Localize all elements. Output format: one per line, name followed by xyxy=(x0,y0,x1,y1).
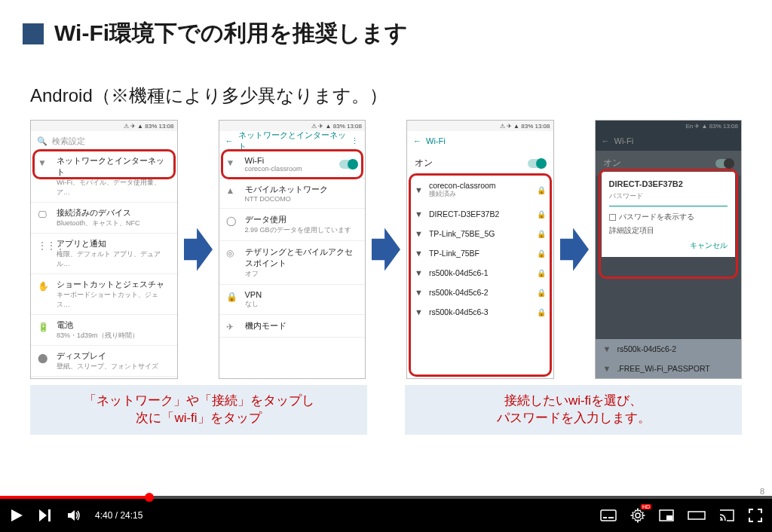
lock-icon: 🔒 xyxy=(537,230,546,238)
settings-item: ◎テザリングとモバイルアクセスポイントオフ xyxy=(219,241,366,285)
svg-point-14 xyxy=(720,519,721,521)
wifi-icon: ▼ xyxy=(415,307,423,316)
wifi-icon: ▼ xyxy=(415,249,423,258)
wifi-name: TP-Link_75BF xyxy=(429,249,531,258)
item-title: ショートカットとジェスチャ xyxy=(57,279,170,290)
screen-header: ← ネットワークとインターネット ⋮ xyxy=(219,131,366,151)
wifi-name: TP-Link_75BE_5G xyxy=(429,229,531,238)
captions-button[interactable] xyxy=(600,509,617,521)
svg-rect-8 xyxy=(603,517,607,518)
settings-item: ▼ネットワークとインターネットWi-Fi、モバイル、データ使用量、ア… xyxy=(31,151,177,203)
theater-button[interactable] xyxy=(688,509,706,521)
item-icon: ⬤ xyxy=(38,353,47,363)
item-title: テザリングとモバイルアクセスポイント xyxy=(245,246,358,269)
settings-item: ⋮⋮⋮アプリと通知権限、デフォルト アプリ、デュアル… xyxy=(31,234,177,274)
caption-left: 「ネットワーク」や「接続」をタップし次に「wi-fi」をタップ xyxy=(30,385,367,435)
wifi-network-item: ▼rs500k-04d5c6-2 xyxy=(596,339,742,359)
settings-item: ▲モバイルネットワークNTT DOCOMO xyxy=(219,179,366,209)
svg-marker-6 xyxy=(68,510,75,521)
search-icon: 🔍 xyxy=(37,136,47,146)
svg-rect-9 xyxy=(608,517,614,518)
settings-item: 🔊音音量、バイブレーション、マナーモ… xyxy=(31,377,177,379)
item-icon: ▼ xyxy=(226,157,235,168)
volume-button[interactable] xyxy=(66,508,81,523)
lock-icon: 🔒 xyxy=(537,186,546,194)
phone-screenshots-row: ⚠ ✈ ▲ 83% 13:08 🔍 検索設定 ▼ネットワークとインターネットWi… xyxy=(0,117,772,379)
svg-marker-4 xyxy=(39,509,47,521)
svg-marker-1 xyxy=(372,228,400,271)
overflow-icon: ⋮ xyxy=(351,136,359,146)
play-button[interactable] xyxy=(9,508,24,523)
lock-icon: 🔒 xyxy=(537,210,546,219)
wifi-network-item: ▼rs500k-04d5c6-2🔒 xyxy=(407,283,553,302)
lock-icon: 🔒 xyxy=(537,269,546,277)
item-icon: 🖵 xyxy=(38,209,47,220)
screen-header: ← Wi-Fi xyxy=(407,131,553,151)
item-subtitle: Bluetooth、キャスト、NFC xyxy=(57,219,170,228)
checkbox-icon xyxy=(609,214,616,221)
wifi-icon: ▼ xyxy=(415,209,423,219)
lock-icon: 🔒 xyxy=(537,308,546,316)
settings-item: ▼Wi-Ficorecon-classroom xyxy=(219,151,366,179)
item-icon: ✋ xyxy=(38,281,49,292)
status-bar: ⚠ ✈ ▲ 83% 13:08 xyxy=(31,121,177,131)
item-title: 接続済みのデバイス xyxy=(57,207,170,219)
hd-badge: HD xyxy=(641,504,651,509)
arrow-icon xyxy=(372,227,400,272)
video-player-bar: 4:40 / 24:15 HD xyxy=(0,496,772,532)
advanced-options: 詳細設定項目 xyxy=(609,226,728,236)
svg-point-10 xyxy=(636,513,640,518)
settings-item: ✈機内モード xyxy=(219,315,366,338)
header-bullet-icon xyxy=(23,23,44,44)
wifi-on-toggle-row: オン xyxy=(407,151,553,176)
wifi-network-item: ▼DIRECT-D3EF37B2🔒 xyxy=(407,204,553,224)
wifi-network-item: ▼rs500k-04d5c6-3🔒 xyxy=(407,302,553,322)
wifi-network-item: ▼TP-Link_75BE_5G🔒 xyxy=(407,224,553,243)
miniplayer-button[interactable] xyxy=(659,509,674,521)
search-placeholder: 検索設定 xyxy=(52,136,85,147)
phone-screenshot-wifi-dialog: En ✈ ▲ 83% 13:08 ← Wi-Fi オン ▼rs500k-04d5… xyxy=(595,120,743,379)
item-subtitle: 83%・1d39m（残り時間） xyxy=(57,331,170,341)
next-button[interactable] xyxy=(38,508,53,523)
item-icon: ▲ xyxy=(226,185,235,196)
settings-button[interactable]: HD xyxy=(630,508,645,523)
dialog-title: DIRECT-D3EF37B2 xyxy=(609,179,728,188)
wifi-icon: ▼ xyxy=(603,364,611,373)
wifi-icon: ▼ xyxy=(415,288,423,297)
arrow-icon xyxy=(184,227,213,272)
phone-screenshot-network: ⚠ ✈ ▲ 83% 13:08 ← ネットワークとインターネット ⋮ ▼Wi-F… xyxy=(219,120,366,379)
settings-item: 🔒VPNなし xyxy=(219,285,366,315)
wifi-icon: ▼ xyxy=(415,185,423,194)
back-icon: ← xyxy=(225,136,234,145)
page-number: 8 xyxy=(760,487,764,496)
item-title: 機内モード xyxy=(245,320,358,332)
wifi-icon: ▼ xyxy=(415,229,423,238)
wifi-status: 接続済み xyxy=(429,190,531,199)
captions-row: 「ネットワーク」や「接続」をタップし次に「wi-fi」をタップ 接続したいwi-… xyxy=(0,379,772,435)
header-title: ネットワークとインターネット xyxy=(238,130,347,152)
item-subtitle: 壁紙、スリープ、フォントサイズ xyxy=(57,362,170,371)
item-subtitle: 2.99 GBのデータを使用しています xyxy=(245,225,358,235)
svg-marker-0 xyxy=(184,228,213,271)
item-title: ネットワークとインターネット xyxy=(57,155,170,178)
item-subtitle: Wi-Fi、モバイル、データ使用量、ア… xyxy=(57,178,170,197)
item-icon: 🔒 xyxy=(226,292,237,302)
arrow-icon xyxy=(560,227,589,272)
fullscreen-button[interactable] xyxy=(748,508,763,523)
cancel-button: キャンセル xyxy=(690,241,728,249)
item-title: VPN xyxy=(245,290,358,299)
lock-icon: 🔒 xyxy=(537,249,546,258)
wifi-name: DIRECT-D3EF37B2 xyxy=(429,209,531,219)
password-input: パスワード xyxy=(609,191,728,206)
item-icon: ✈ xyxy=(226,322,234,332)
on-label: オン xyxy=(415,157,528,170)
item-icon: ⋮⋮⋮ xyxy=(38,240,65,251)
svg-rect-12 xyxy=(666,515,672,520)
item-subtitle: 権限、デフォルト アプリ、デュアル… xyxy=(57,249,170,269)
svg-rect-13 xyxy=(688,512,705,519)
cast-button[interactable] xyxy=(719,509,734,521)
item-title: アプリと通知 xyxy=(57,238,170,249)
svg-rect-5 xyxy=(48,509,51,521)
settings-item: 🔋電池83%・1d39m（残り時間） xyxy=(31,315,177,346)
wifi-name: rs500k-04d5c6-2 xyxy=(617,344,734,353)
